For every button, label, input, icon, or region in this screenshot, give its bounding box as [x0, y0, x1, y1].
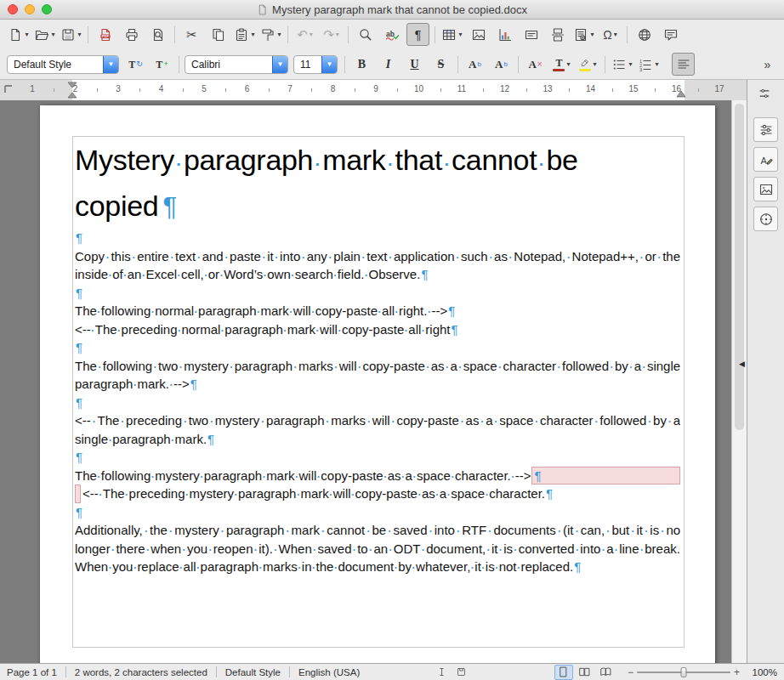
view-single-button[interactable]	[554, 665, 573, 680]
font-size-combo[interactable]: 11▼	[293, 55, 338, 74]
dropdown-caret-icon[interactable]: ▾	[614, 31, 617, 38]
dropdown-caret-icon[interactable]: ▾	[590, 31, 594, 38]
redo-button[interactable]: ↷▾	[320, 23, 343, 46]
ruler-number: 8	[331, 84, 336, 94]
insert-text-box-button[interactable]	[520, 23, 543, 46]
clear-formatting-button[interactable]: A×	[524, 53, 547, 76]
align-left-button[interactable]	[672, 53, 695, 76]
dropdown-caret-icon[interactable]: ▾	[458, 31, 462, 38]
word-count[interactable]: 2 words, 2 characters selected	[75, 667, 207, 677]
font-color-button[interactable]: T▾	[550, 53, 573, 76]
dropdown-caret-icon[interactable]: ▾	[593, 61, 596, 68]
word: copy-paste	[396, 411, 458, 430]
font-name-combo[interactable]: Calibri▼	[185, 55, 288, 74]
navigator-tab-button[interactable]	[753, 207, 778, 231]
print-preview-button[interactable]	[146, 23, 169, 46]
italic-button[interactable]: I	[377, 53, 400, 76]
word: preceding	[129, 484, 185, 503]
find-replace-button[interactable]	[354, 23, 377, 46]
zoom-level[interactable]: 100%	[743, 667, 777, 677]
zoom-in-icon[interactable]: +	[734, 666, 740, 678]
dropdown-caret-icon[interactable]: ▾	[25, 31, 28, 38]
page[interactable]: Mystery·paragraph·mark·that·cannot·becop…	[40, 105, 715, 663]
sidebar-hide-grip[interactable]: ◀	[739, 360, 745, 368]
zoom-slider-thumb[interactable]	[680, 667, 686, 677]
zoom-slider[interactable]	[637, 672, 730, 673]
dropdown-caret-icon[interactable]: ▾	[277, 31, 281, 38]
space-mark: ·	[390, 413, 397, 430]
paste-button[interactable]: ▾	[233, 23, 256, 46]
page-style[interactable]: Default Style	[225, 667, 281, 677]
numbered-list-button[interactable]: 123▾	[637, 53, 660, 76]
save-document-button[interactable]: ▾	[60, 23, 82, 46]
superscript-button[interactable]: Ab	[463, 53, 486, 76]
copy-button[interactable]	[207, 23, 230, 46]
font-name-dropdown-button[interactable]: ▼	[272, 56, 287, 73]
word: is	[503, 540, 513, 558]
subscript-button[interactable]: Ab	[490, 53, 513, 76]
sidebar-settings-icon[interactable]	[758, 87, 771, 100]
print-button[interactable]	[120, 23, 143, 46]
word: an	[373, 540, 388, 558]
ruler-tick	[225, 88, 226, 92]
export-pdf-button[interactable]: PDF	[94, 23, 116, 46]
tab-stop-selector-icon[interactable]	[4, 85, 13, 94]
dropdown-caret-icon[interactable]: ▾	[77, 31, 81, 38]
document-line: inside·of·an·Excel·cell,·or·Word’s·own·s…	[75, 265, 680, 284]
styles-tab-button[interactable]: A	[753, 147, 778, 172]
dropdown-caret-icon[interactable]: ▾	[628, 61, 632, 68]
paragraph-style-dropdown-button[interactable]: ▼	[103, 56, 118, 73]
dropdown-caret-icon[interactable]: ▾	[310, 31, 313, 38]
new-document-button[interactable]: ▾	[7, 23, 30, 46]
insert-comment-button[interactable]	[659, 23, 682, 46]
view-book-button[interactable]	[597, 665, 616, 680]
dropdown-caret-icon[interactable]: ▾	[251, 31, 254, 38]
text-language[interactable]: English (USA)	[298, 667, 360, 677]
view-multi-button[interactable]	[576, 665, 594, 680]
new-style-button[interactable]: T+	[151, 53, 173, 76]
insert-chart-button[interactable]	[493, 23, 516, 46]
word: it	[474, 558, 481, 576]
page-count[interactable]: Page 1 of 1	[7, 667, 57, 677]
zoom-out-icon[interactable]: −	[628, 666, 633, 678]
bullet-list-button[interactable]: ▾	[611, 53, 633, 76]
spelling-button[interactable]: ab	[380, 23, 403, 46]
paragraph-style-combo[interactable]: Default Style▼	[7, 55, 119, 74]
properties-tab-button[interactable]	[753, 117, 778, 142]
cut-button[interactable]: ✂	[180, 23, 203, 46]
insert-field-button[interactable]: ▾	[572, 23, 595, 46]
insert-special-character-button[interactable]: Ω▾	[599, 23, 622, 46]
insert-page-break-button[interactable]	[546, 23, 569, 46]
overflow-button[interactable]: »	[756, 53, 779, 76]
vertical-scrollbar[interactable]	[731, 100, 747, 663]
doc-modified-icon[interactable]	[456, 666, 467, 677]
scrollbar-thumb[interactable]	[735, 104, 744, 430]
dropdown-caret-icon[interactable]: ▾	[51, 31, 54, 38]
ruler-number: 16	[672, 84, 681, 94]
insert-table-button[interactable]: ▾	[440, 23, 463, 46]
insert-hyperlink-button[interactable]	[633, 23, 656, 46]
highlight-color-button[interactable]: ▾	[577, 53, 599, 76]
open-document-button[interactable]: ▾	[33, 23, 56, 46]
dropdown-caret-icon[interactable]: ▾	[336, 31, 339, 38]
word: <--	[75, 411, 91, 430]
underline-button[interactable]: U	[403, 53, 426, 76]
formatting-marks-button[interactable]: ¶	[406, 23, 429, 46]
dropdown-caret-icon[interactable]: ▾	[566, 61, 570, 68]
space-mark: ·	[284, 523, 291, 540]
dropdown-caret-icon[interactable]: ▾	[655, 61, 658, 68]
document-line: Copy·this·entire·text·and·paste·it·into·…	[75, 247, 680, 266]
update-style-button[interactable]: T↻	[124, 53, 147, 76]
bold-button[interactable]: B	[350, 53, 373, 76]
insert-mode-icon[interactable]	[436, 666, 447, 677]
gallery-tab-button[interactable]	[753, 177, 778, 201]
undo-button[interactable]: ↶▾	[293, 23, 316, 46]
word: saved	[317, 540, 351, 558]
word: copy-paste	[315, 302, 378, 320]
update-style-icon: T↻	[128, 60, 143, 70]
insert-image-button[interactable]	[467, 23, 490, 46]
clone-formatting-button[interactable]: ▾	[259, 23, 282, 46]
strikethrough-button[interactable]: S	[429, 53, 452, 76]
ruler-tick	[397, 88, 398, 92]
font-size-dropdown-button[interactable]: ▼	[321, 56, 337, 73]
